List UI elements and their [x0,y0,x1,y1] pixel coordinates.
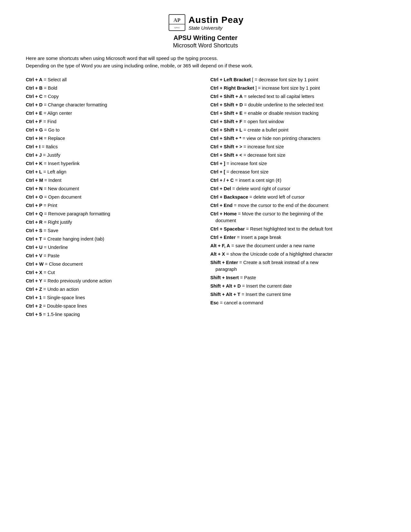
shortcut-item: Ctrl + R = Right justify [26,219,201,226]
intro-paragraph: Here are some shortcuts when using Micro… [26,55,385,69]
logo-text: Austin Peay State University [189,15,244,31]
shortcut-item: Ctrl + S = Save [26,227,201,234]
shortcut-item: Ctrl + Spacebar = Reset highlighted text… [210,226,386,232]
svg-text:AP: AP [173,17,181,23]
page-header: AP APSU Austin Peay State University APS… [26,13,385,49]
ap-logo-icon: AP APSU [167,13,187,32]
intro-line2: Depending on the type of Word you are us… [26,63,253,68]
shortcut-item: Ctrl + B = Bold [26,85,201,92]
shortcut-item: Ctrl + Enter = Insert a page break [210,234,386,241]
shortcut-item: Ctrl + Shift + * = view or hide non prin… [210,135,386,142]
shortcut-item: Ctrl + K = Insert hyperlink [26,160,201,167]
shortcut-item: Ctrl + Shift + L = create a bullet point [210,127,386,133]
shortcut-item: Ctrl + X = Cut [26,269,201,276]
shortcut-item: Ctrl + Shift + D = double underline to t… [210,102,386,108]
shortcut-item: Ctrl + Q = Remove paragraph formatting [26,211,201,217]
shortcut-item: Ctrl + A = Select all [26,76,201,83]
shortcut-item: Ctrl + 1 = Single-space lines [26,294,201,301]
logo-area: AP APSU Austin Peay State University [26,13,385,32]
shortcut-item: Ctrl + 5 = 1.5-line spacing [26,311,201,318]
shortcut-item: Ctrl + Shift + A = selected text to all … [210,93,386,100]
shortcut-item: Ctrl + Z = Undo an action [26,286,201,293]
shortcut-item: Ctrl + V = Paste [26,252,201,259]
shortcut-item: Alt + F, A = save the document under a n… [210,242,386,249]
shortcut-item: Shift + Alt + T = Insert the current tim… [210,291,386,298]
shortcut-item: Esc = cancel a command [210,300,386,306]
page-subtitle: Microsoft Word Shortcuts [26,42,385,49]
shortcut-item: Ctrl + Y = Redo previously undone action [26,278,201,284]
shortcut-item: Ctrl + D = Change character formatting [26,102,201,108]
shortcut-item: Ctrl + J = Justify [26,152,201,159]
shortcut-item: Ctrl + E = Align center [26,110,201,117]
shortcut-item: Shift + Enter = Create a soft break inst… [210,259,386,273]
shortcut-item: Ctrl + Shift + F = open font window [210,118,386,125]
shortcut-item: Ctrl + L = Left align [26,169,201,175]
shortcut-item: Ctrl + [ = decrease font size [210,169,386,175]
shortcut-item: Ctrl + C = Copy [26,93,201,100]
shortcut-item: Ctrl + Shift + E = enable or disable rev… [210,110,386,117]
shortcut-item: Ctrl + F = Find [26,118,201,125]
shortcut-item: Ctrl + Shift + > = increase font size [210,143,386,150]
shortcut-item: Ctrl + I = Italics [26,143,201,150]
shortcut-item: Ctrl + Left Bracket [ = decrease font si… [210,76,386,83]
shortcut-item: Ctrl + U = Underline [26,244,201,251]
shortcut-item: Ctrl + M = Indent [26,177,201,184]
shortcut-item: Ctrl + Home = Move the cursor to the beg… [210,211,386,224]
shortcut-item: Shift + Insert = Paste [210,274,386,281]
shortcut-item: Ctrl + H = Replace [26,135,201,142]
shortcut-item: Ctrl + W = Close document [26,261,201,268]
shortcut-item: Ctrl + Backspace = delete word left of c… [210,194,386,201]
logo-university-sub: State University [189,25,222,31]
shortcut-item: Alt + X = show the Unicode code of a hig… [210,251,386,258]
shortcut-item: Ctrl + T = Create hanging indent (tab) [26,236,201,242]
shortcut-item: Ctrl + / + C = insert a cent sign (¢) [210,177,386,184]
shortcut-item: Ctrl + Shift + < = decrease font size [210,152,386,159]
shortcut-item: Ctrl + N = New document [26,185,201,192]
shortcut-item: Ctrl + ] = increase font size [210,160,386,167]
shortcut-item: Ctrl + P = Print [26,202,201,209]
shortcut-item: Ctrl + 2 = Double-space lines [26,303,201,310]
shortcut-item: Ctrl + Del = delete word right of cursor [210,185,386,192]
shortcut-item: Ctrl + End = move the cursor to the end … [210,202,386,209]
writing-center-title: APSU Writing Center [26,34,385,42]
intro-line1: Here are some shortcuts when using Micro… [26,55,218,61]
left-column: Ctrl + A = Select allCtrl + B = BoldCtrl… [26,76,201,318]
logo-university-name: Austin Peay [189,15,244,25]
shortcut-item: Shift + Alt + D = Insert the current dat… [210,283,386,290]
shortcuts-container: Ctrl + A = Select allCtrl + B = BoldCtrl… [26,76,385,318]
svg-text:APSU: APSU [174,26,180,29]
shortcut-item: Ctrl + Right Bracket ] = increase font s… [210,85,386,92]
shortcut-item: Ctrl + O = Open document [26,194,201,201]
shortcut-item: Ctrl + G = Go to [26,127,201,133]
right-column: Ctrl + Left Bracket [ = decrease font si… [210,76,386,318]
